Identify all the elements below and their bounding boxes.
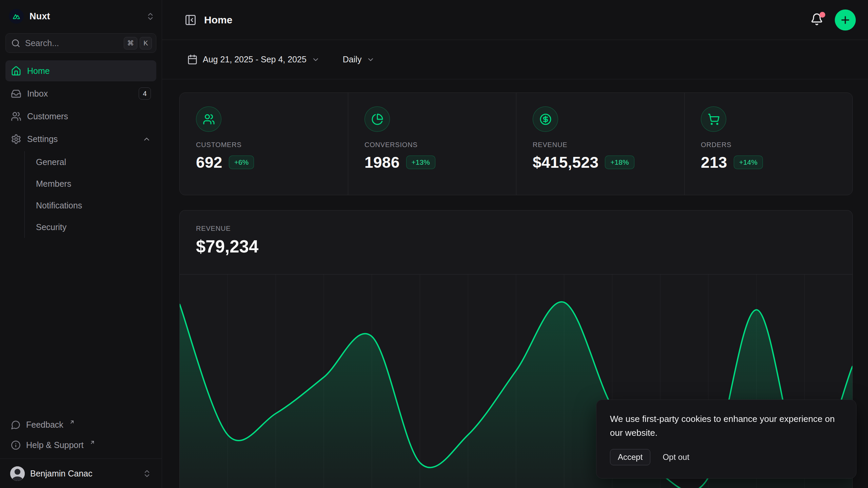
granularity-value: Daily (343, 55, 362, 64)
search-input[interactable]: Search... ⌘ K (5, 33, 156, 53)
message-bubble-icon (11, 420, 21, 430)
nuxt-logo-icon (9, 9, 24, 24)
sidebar: Nuxt Search... ⌘ K Home Inbox 4 Cu (0, 0, 162, 488)
stats-card: CUSTOMERS 692 +6% CONVERSIONS 1986 +13% (179, 93, 853, 195)
user-menu[interactable]: Benjamin Canac (5, 463, 156, 484)
stat-delta-badge: +18% (605, 156, 634, 169)
add-button[interactable] (835, 9, 856, 30)
sidebar-item-security[interactable]: Security (25, 216, 156, 238)
stat-value: 213 (701, 153, 727, 171)
cookie-banner: We use first-party cookies to enhance yo… (596, 400, 856, 479)
collapse-sidebar-icon[interactable] (184, 14, 197, 26)
chevrons-up-down-icon (142, 469, 152, 478)
accept-cookies-button[interactable]: Accept (610, 449, 650, 465)
stat-label: ORDERS (701, 141, 852, 149)
stat-value: 692 (196, 153, 222, 171)
sidebar-item-label: Inbox (27, 89, 48, 99)
sidebar-item-inbox[interactable]: Inbox 4 (5, 83, 156, 104)
users-icon (203, 113, 215, 125)
date-range-value: Aug 21, 2025 - Sep 4, 2025 (203, 55, 307, 64)
help-support-label: Help & Support (26, 440, 84, 450)
stat-delta-badge: +6% (229, 156, 254, 169)
users-icon (11, 111, 21, 122)
revenue-chart-value: $79,234 (196, 237, 836, 257)
page-title: Home (204, 14, 232, 26)
stat-delta-badge: +13% (406, 156, 435, 169)
gear-icon (11, 134, 21, 144)
calendar-icon (187, 54, 198, 65)
stat-orders[interactable]: ORDERS 213 +14% (684, 93, 852, 195)
search-icon (11, 39, 20, 48)
sidebar-nav: Home Inbox 4 Customers Settings General … (5, 60, 156, 240)
filters-toolbar: Aug 21, 2025 - Sep 4, 2025 Daily (162, 40, 868, 79)
chevron-up-icon (142, 135, 151, 143)
date-range-picker[interactable]: Aug 21, 2025 - Sep 4, 2025 (184, 51, 322, 68)
stat-label: CONVERSIONS (364, 141, 516, 149)
sidebar-item-label: Settings (27, 134, 58, 144)
sidebar-item-members[interactable]: Members (25, 173, 156, 195)
workspace-name: Nuxt (29, 11, 50, 22)
sidebar-item-home[interactable]: Home (5, 60, 156, 81)
plus-icon (840, 14, 851, 26)
chevrons-up-down-icon (146, 12, 155, 21)
granularity-select[interactable]: Daily (340, 51, 378, 68)
kbd-k: K (140, 37, 152, 49)
external-link-arrow-icon (69, 419, 75, 425)
chevron-down-icon (312, 56, 320, 64)
info-circle-icon (11, 440, 21, 450)
search-placeholder: Search... (25, 38, 119, 48)
sidebar-item-general[interactable]: General (25, 151, 156, 173)
pie-chart-icon (371, 113, 383, 125)
inbox-count-badge: 4 (139, 87, 151, 100)
help-support-link[interactable]: Help & Support (5, 435, 156, 455)
workspace-switcher[interactable]: Nuxt (9, 9, 155, 24)
feedback-label: Feedback (26, 420, 63, 430)
optout-cookies-button[interactable]: Opt out (660, 449, 691, 465)
cookie-message: We use first-party cookies to enhance yo… (610, 412, 843, 440)
stat-value: 1986 (364, 153, 400, 171)
sidebar-item-label: Customers (27, 111, 68, 121)
avatar (10, 466, 25, 481)
house-icon (11, 66, 21, 76)
user-name: Benjamin Canac (30, 469, 92, 479)
sidebar-item-settings[interactable]: Settings (5, 128, 156, 149)
stat-conversions[interactable]: CONVERSIONS 1986 +13% (348, 93, 516, 195)
revenue-chart-label: REVENUE (196, 225, 836, 232)
stat-customers[interactable]: CUSTOMERS 692 +6% (180, 93, 348, 195)
unread-notification-dot (820, 12, 825, 18)
stat-delta-badge: +14% (734, 156, 763, 169)
notifications-button[interactable] (810, 13, 825, 27)
sidebar-item-notifications[interactable]: Notifications (25, 195, 156, 216)
chevron-down-icon (367, 56, 375, 64)
stat-revenue[interactable]: REVENUE $415,523 +18% (516, 93, 684, 195)
kbd-meta: ⌘ (124, 37, 137, 49)
dollar-circle-icon (539, 113, 552, 125)
sidebar-footer: Feedback Help & Support (0, 414, 162, 459)
inbox-icon (11, 88, 21, 99)
sidebar-item-label: Home (27, 66, 50, 76)
settings-subnav: General Members Notifications Security (24, 151, 156, 238)
feedback-link[interactable]: Feedback (5, 414, 156, 435)
sidebar-item-customers[interactable]: Customers (5, 106, 156, 127)
shopping-cart-icon (708, 113, 720, 125)
external-link-arrow-icon (90, 440, 95, 445)
stat-label: CUSTOMERS (196, 141, 348, 149)
stat-value: $415,523 (533, 153, 598, 171)
page-header: Home (162, 0, 868, 40)
stat-label: REVENUE (533, 141, 684, 149)
